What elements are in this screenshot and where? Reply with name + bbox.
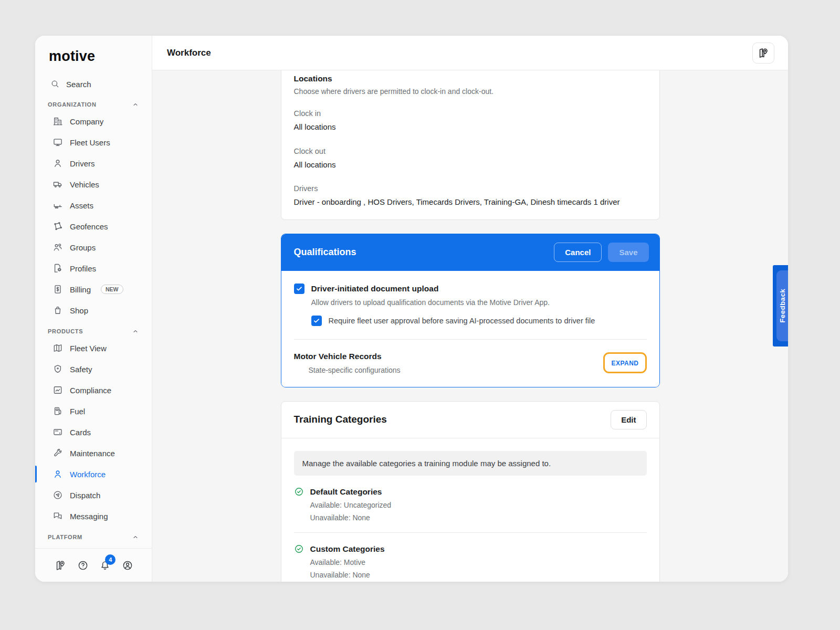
locations-card: Locations Choose where drivers are permi… [281,70,660,220]
sidebar-item-label: Fleet View [70,344,107,353]
approval-label: Require fleet user approval before savin… [329,317,595,325]
sidebar-item-label: Assets [70,201,93,210]
divider [294,339,647,340]
help-button[interactable] [77,560,89,571]
sidebar-item-billing[interactable]: Billing NEW [35,279,152,300]
app-window: motive Search ORGANIZATION Company [35,36,788,582]
training-header: Training Categories Edit [281,402,659,438]
sidebar-item-compliance[interactable]: Compliance [35,380,152,401]
profiles-icon [52,263,63,274]
sidebar-item-assets[interactable]: Assets [35,195,152,216]
compliance-icon [52,385,63,395]
sidebar-item-workforce[interactable]: Workforce [35,464,152,485]
sidebar-item-label: Compliance [70,386,111,395]
section-header-platform[interactable]: PLATFORM [35,527,152,543]
check-circle-icon [294,487,304,497]
sidebar-item-fleet-view[interactable]: Fleet View [35,338,152,359]
sidebar-item-vehicles[interactable]: Vehicles [35,174,152,195]
cancel-button[interactable]: Cancel [554,243,602,262]
sidebar-item-label: Shop [70,306,88,315]
sidebar-item-fuel[interactable]: Fuel [35,401,152,422]
sidebar-item-label: Dispatch [70,491,100,500]
category-available: Available: Motive [310,558,647,566]
shop-bag-icon [52,305,63,316]
qualifications-body: Driver-initiated document upload Allow d… [281,271,659,387]
credit-card-icon [52,427,63,437]
sidebar-item-safety[interactable]: Safety [35,359,152,380]
sidebar-item-label: Billing [70,285,91,294]
locations-description: Choose where drivers are permitted to cl… [294,87,647,96]
doc-upload-row: Driver-initiated document upload [294,284,647,294]
section-header-products[interactable]: PRODUCTS [35,321,152,338]
mvr-row: Motor Vehicle Records State-specific con… [294,352,647,374]
feedback-tab-inner: Feedback [776,270,788,341]
doc-upload-label: Driver-initiated document upload [311,284,439,293]
category-unavailable: Unavailable: None [310,571,647,579]
sidebar-item-drivers[interactable]: Drivers [35,153,152,174]
main-area: Workforce Locations Choose where drivers… [152,36,788,582]
category-unavailable: Unavailable: None [310,513,647,522]
qualifications-card: Qualifications Cancel Save Driver-initia… [281,234,660,387]
sidebar-item-label: Cards [70,428,91,437]
sidebar-item-fleet-users[interactable]: Fleet Users [35,132,152,153]
field-label: Clock out [294,147,647,155]
field-value: All locations [294,159,640,171]
sidebar-item-label: Maintenance [70,449,115,458]
fuel-pump-icon [52,406,63,416]
category-title: Default Categories [310,487,382,497]
expand-button[interactable]: EXPAND [611,360,638,367]
training-body: Manage the available categories a traini… [281,438,659,582]
wrench-icon [52,448,63,458]
sidebar-item-profiles[interactable]: Profiles [35,258,152,279]
feedback-tab[interactable]: Feedback [773,265,788,346]
sidebar-item-dispatch[interactable]: Dispatch [35,485,152,506]
top-bar: Workforce [152,36,788,70]
locations-title: Locations [294,74,647,83]
chevron-up-icon [132,328,139,335]
sidebar-item-shop[interactable]: Shop [35,300,152,321]
monitor-icon [52,137,63,148]
groups-icon [52,242,63,253]
save-button[interactable]: Save [608,243,648,262]
sidebar-item-label: Safety [70,365,92,374]
section-header-organization[interactable]: ORGANIZATION [35,94,152,111]
sidebar-nav: Search ORGANIZATION Company Fleet Users [35,71,152,548]
search-icon [50,79,60,89]
training-title: Training Categories [294,414,387,425]
field-value: All locations [294,121,640,133]
account-button[interactable] [122,560,133,571]
sidebar-item-search[interactable]: Search [35,74,152,94]
sidebar-item-geofences[interactable]: Geofences [35,216,152,237]
category-title: Custom Categories [310,544,385,554]
sidebar-item-label: Messaging [70,512,108,521]
sidebar-item-label: Fleet Users [70,138,110,147]
shield-icon [52,364,63,374]
doc-upload-description: Allow drivers to upload qualification do… [311,298,647,307]
sidebar-item-company[interactable]: Company [35,111,152,132]
sidebar-item-cards[interactable]: Cards [35,422,152,443]
sidebar-item-label: Workforce [70,470,106,479]
mvr-subtitle: State-specific configurations [309,366,401,374]
chevron-up-icon [132,101,139,108]
approval-checkbox[interactable] [311,316,322,326]
map-guide-button[interactable] [752,43,774,64]
field-label: Clock in [294,109,647,118]
sidebar-item-label: Vehicles [70,180,99,189]
company-icon [52,116,63,127]
trailer-icon [52,200,63,211]
guide-map-pin-button[interactable] [55,560,66,571]
drivers-field: Drivers Driver - onboarding , HOS Driver… [294,184,647,208]
notifications-button[interactable]: 4 [99,560,111,571]
map-icon [52,343,63,353]
edit-button[interactable]: Edit [611,410,646,429]
sidebar-item-messaging[interactable]: Messaging [35,506,152,527]
content-scroll-area[interactable]: Locations Choose where drivers are permi… [152,70,788,582]
sidebar-item-groups[interactable]: Groups [35,237,152,258]
feedback-label: Feedback [779,289,786,323]
doc-upload-checkbox[interactable] [294,284,304,294]
sidebar-item-maintenance[interactable]: Maintenance [35,443,152,464]
geofence-icon [52,221,63,232]
sidebar: motive Search ORGANIZATION Company [35,36,152,582]
sidebar-bottom-bar: 4 [35,548,152,582]
category-available: Available: Uncategorized [310,501,647,509]
